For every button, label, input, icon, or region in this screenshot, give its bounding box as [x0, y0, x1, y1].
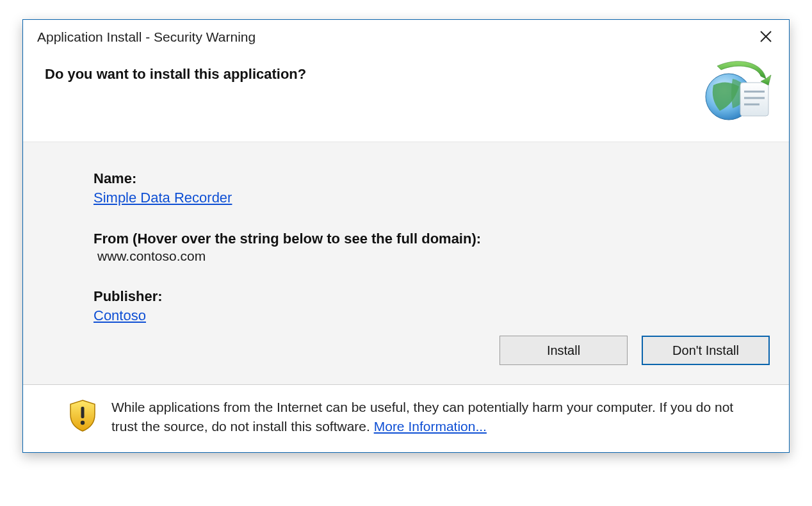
install-button[interactable]: Install	[499, 336, 628, 365]
name-field: Name: Simple Data Recorder	[93, 170, 770, 206]
from-domain: www.contoso.com	[97, 249, 770, 264]
footer-warning-text: While applications from the Internet can…	[111, 398, 752, 437]
svg-point-9	[81, 421, 85, 425]
dialog-footer: While applications from the Internet can…	[23, 384, 789, 452]
publisher-link[interactable]: Contoso	[93, 307, 146, 324]
more-information-link[interactable]: More Information...	[374, 419, 487, 434]
svg-rect-8	[81, 407, 85, 418]
button-row: Install Don't Install	[93, 336, 812, 365]
dialog-title: Application Install - Security Warning	[37, 29, 256, 45]
name-label: Name:	[93, 170, 770, 187]
titlebar: Application Install - Security Warning	[23, 20, 789, 52]
dont-install-button[interactable]: Don't Install	[642, 336, 770, 365]
publisher-label: Publisher:	[93, 288, 770, 305]
svg-rect-3	[740, 83, 768, 116]
install-question: Do you want to install this application?	[45, 66, 306, 83]
publisher-field: Publisher: Contoso	[93, 288, 770, 324]
close-button[interactable]	[757, 29, 775, 45]
from-label: From (Hover over the string below to see…	[93, 231, 770, 247]
from-field: From (Hover over the string below to see…	[93, 231, 770, 264]
install-globe-icon	[702, 60, 772, 124]
close-icon	[759, 30, 772, 43]
application-name-link[interactable]: Simple Data Recorder	[93, 190, 232, 206]
dialog-header: Do you want to install this application?	[23, 52, 789, 142]
shield-warning-icon	[68, 399, 97, 432]
dialog-body: Name: Simple Data Recorder From (Hover o…	[23, 142, 789, 384]
security-warning-dialog: Application Install - Security Warning D…	[22, 19, 790, 453]
